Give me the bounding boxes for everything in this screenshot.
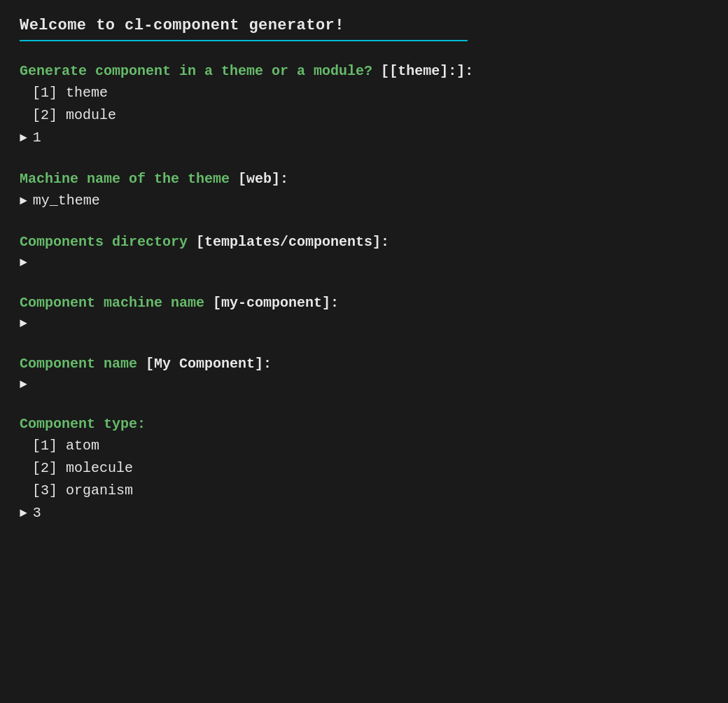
title-divider [20,40,468,41]
component-machine-name-default: [my-component]: [213,295,339,311]
components-dir-input-line: ► [20,253,708,273]
type-option-1-label: atom [66,438,99,454]
arrow-icon-1: ► [20,128,27,148]
component-type-section: Component type: [1] atom [2] molecule [3… [20,414,708,524]
component-machine-name-prompt: Component machine name [my-component]: [20,293,708,314]
components-dir-prompt: Components directory [templates/componen… [20,232,708,253]
machine-name-prompt: Machine name of the theme [web]: [20,169,708,190]
component-name-prompt: Component name [My Component]: [20,354,708,375]
generate-user-input: 1 [33,127,41,149]
generate-prompt: Generate component in a theme or a modul… [20,61,708,82]
type-option-2: [2] molecule [20,457,708,480]
generate-option-2: [2] module [20,104,708,127]
generate-section: Generate component in a theme or a modul… [20,61,708,149]
component-type-question: Component type: [20,416,146,432]
type-option-1: [1] atom [20,435,708,457]
components-dir-question: Components directory [20,234,188,250]
component-name-question: Component name [20,356,137,372]
generate-input-line: ► 1 [20,127,708,149]
machine-name-user-input: my_theme [33,190,100,212]
terminal-window: Welcome to cl-component generator! Gener… [0,0,728,703]
type-option-3-label: organism [66,482,133,499]
type-option-2-bracket: [2] [32,460,66,476]
option-1-bracket: [1] [32,85,66,101]
machine-name-input-line: ► my_theme [20,190,708,212]
arrow-icon-5: ► [20,375,27,395]
generate-question: Generate component in a theme or a modul… [20,63,372,79]
generate-option-1: [1] theme [20,82,708,104]
type-option-1-bracket: [1] [32,438,66,454]
component-machine-name-question: Component machine name [20,295,204,311]
machine-name-default: [web]: [238,171,288,187]
component-machine-name-input-line: ► [20,314,708,334]
arrow-icon-4: ► [20,314,27,334]
component-type-prompt: Component type: [20,414,708,435]
components-dir-default: [templates/components]: [196,234,389,250]
title-section: Welcome to cl-component generator! [20,17,708,41]
component-name-input-line: ► [20,375,708,395]
arrow-icon-3: ► [20,253,27,273]
component-type-input-line: ► 3 [20,502,708,524]
component-type-user-input: 3 [33,502,41,524]
component-name-default: [My Component]: [146,356,272,372]
option-1-label: theme [66,85,108,101]
machine-name-section: Machine name of the theme [web]: ► my_th… [20,169,708,212]
type-option-2-label: molecule [66,460,133,476]
generate-default: [[theme]:]: [381,63,473,79]
option-2-label: module [66,107,116,123]
arrow-icon-6: ► [20,503,27,524]
machine-name-question: Machine name of the theme [20,171,230,187]
option-2-bracket: [2] [32,107,66,123]
terminal-title: Welcome to cl-component generator! [20,17,708,34]
component-machine-name-section: Component machine name [my-component]: ► [20,293,708,334]
components-dir-section: Components directory [templates/componen… [20,232,708,273]
component-name-section: Component name [My Component]: ► [20,354,708,395]
arrow-icon-2: ► [20,191,27,211]
type-option-3: [3] organism [20,480,708,502]
type-option-3-bracket: [3] [32,482,66,499]
